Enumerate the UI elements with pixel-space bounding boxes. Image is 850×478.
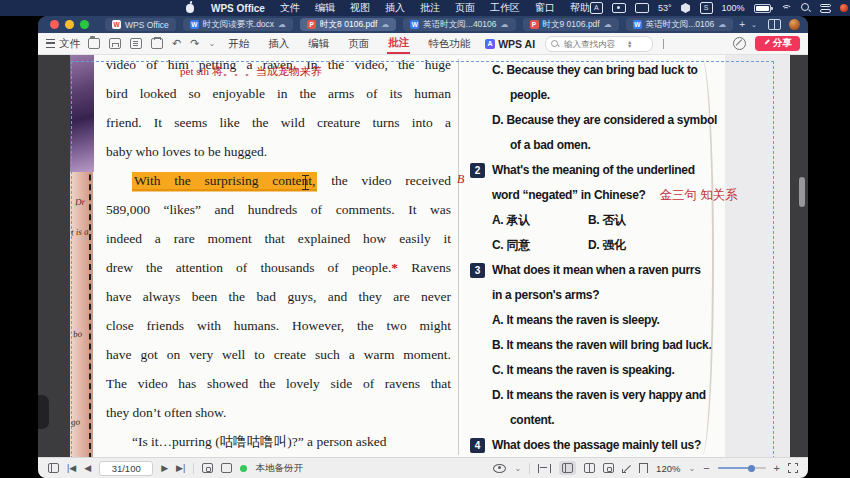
zoom-level[interactable]: 120%	[656, 463, 680, 474]
page-view-icon[interactable]	[202, 463, 213, 473]
document-tab[interactable]: P时文9 0106.pdf☁	[523, 18, 619, 31]
redo-icon[interactable]: ↷	[190, 38, 199, 49]
document-tab[interactable]: W英语时文阅...40106☁	[403, 18, 515, 31]
menubar-item[interactable]: 文件	[280, 1, 300, 15]
zoom-slider[interactable]	[718, 467, 766, 469]
sidebar-toggle-icon[interactable]	[48, 463, 59, 473]
first-page-button[interactable]: |◀	[67, 464, 76, 473]
zoom-window-button[interactable]	[80, 20, 89, 29]
vpn-icon[interactable]	[681, 3, 691, 13]
margin-photo	[70, 55, 94, 172]
screen-mirroring-icon[interactable]	[612, 3, 626, 13]
save-icon[interactable]	[109, 38, 121, 49]
ribbon-tab[interactable]: 批注	[387, 34, 410, 54]
search-icon	[551, 40, 559, 48]
s-app-icon[interactable]: S	[700, 2, 713, 14]
search-prev-next-icons[interactable]: ▲▼	[627, 40, 632, 48]
apple-menu-icon[interactable]	[186, 4, 194, 13]
document-tab[interactable]: W时文阅读要求.docx☁	[183, 18, 293, 31]
new-tab-button[interactable]: +	[739, 19, 745, 30]
text-segment: baby who loves to be hugged.	[106, 144, 267, 159]
document-tab[interactable]: W英语时文阅...0106☁	[626, 18, 734, 31]
ribbon-tab[interactable]: 页面	[347, 35, 370, 53]
share-button[interactable]: 分享	[755, 36, 800, 51]
vertical-scrollbar[interactable]	[799, 177, 805, 207]
document-tab[interactable]: P时文8 0106.pdf☁	[300, 18, 396, 31]
wifi-icon[interactable]	[780, 4, 792, 13]
quick-actions: ↶ ↷ ⌄	[88, 38, 215, 49]
choice-option[interactable]: A. 承认	[492, 208, 588, 233]
last-page-button[interactable]: ▶|	[176, 464, 185, 473]
zoom-dropdown-icon[interactable]: ⌄	[688, 464, 695, 473]
question-line: 4What does the passage mainly tell us?	[470, 433, 790, 457]
zoom-in-button[interactable]: +	[774, 463, 780, 474]
restrict-edit-icon[interactable]	[733, 37, 746, 50]
backup-status[interactable]: 本地备份开	[240, 462, 303, 475]
wps-ai-button[interactable]: A WPS AI	[485, 38, 535, 50]
read-mode-chevron-icon[interactable]: ⌄	[514, 464, 521, 473]
body-text-line: they don’t often show.	[106, 398, 451, 427]
ribbon-tab[interactable]: 编辑	[307, 35, 330, 53]
page-blank-icon[interactable]	[221, 463, 232, 473]
ribbon-tab[interactable]: 开始	[227, 35, 250, 53]
fit-width-icon[interactable]	[538, 464, 551, 473]
zoom-slider-knob[interactable]	[748, 465, 755, 472]
print-preview-icon[interactable]	[130, 38, 142, 49]
choice-option[interactable]: B. 否认	[588, 208, 626, 233]
book-mode-icon[interactable]	[603, 463, 614, 473]
choice-option[interactable]: C. 同意	[492, 233, 588, 258]
column-divider	[458, 59, 459, 455]
display-icon[interactable]	[635, 3, 649, 13]
tab-list: WWPS OfficeW时文阅读要求.docx☁P时文8 0106.pdf☁W英…	[105, 18, 733, 31]
split-view-icon[interactable]	[768, 19, 781, 30]
fullscreen-icon[interactable]	[788, 463, 798, 473]
undo-icon[interactable]: ↶	[172, 38, 181, 49]
single-page-mode-button[interactable]	[559, 461, 576, 475]
prev-page-button[interactable]: ◀	[84, 464, 91, 473]
question-number-badge: 4	[470, 438, 485, 453]
more-actions-chevron-icon[interactable]: ⌄	[208, 39, 215, 48]
tab-list-dropdown-icon[interactable]: ⌄	[751, 21, 757, 29]
fit-page-icon[interactable]	[622, 464, 631, 473]
option-line: A. It means the raven is sleepy.	[470, 308, 790, 333]
input-method-icon[interactable]: A	[590, 2, 603, 14]
menubar-item[interactable]: 插入	[385, 1, 405, 15]
option-line: in a person's arms?	[470, 283, 790, 308]
recording-indicator-icon[interactable]	[840, 4, 848, 12]
sidebar-pull-handle[interactable]	[38, 395, 49, 429]
choice-option[interactable]: D. 强化	[588, 233, 626, 258]
bookmark-icon[interactable]	[639, 463, 648, 473]
read-mode-eye-icon[interactable]	[493, 464, 506, 473]
menubar-item[interactable]: 批注	[420, 1, 440, 15]
open-file-icon[interactable]	[88, 38, 100, 49]
close-window-button[interactable]	[50, 20, 59, 29]
user-avatar[interactable]	[789, 19, 800, 30]
next-page-button[interactable]: ▶	[161, 464, 168, 473]
print-icon[interactable]	[151, 38, 163, 49]
file-menu-label: 文件	[59, 37, 80, 51]
menubar-item[interactable]: 页面	[455, 1, 475, 15]
document-tab[interactable]: WWPS Office	[105, 18, 176, 31]
file-menu-button[interactable]: 文件	[46, 37, 80, 51]
menubar-item[interactable]: 窗口	[535, 1, 555, 15]
menubar-item[interactable]: 编辑	[315, 1, 335, 15]
spotlight-icon[interactable]	[801, 3, 811, 13]
search-box[interactable]: ▲▼	[545, 36, 653, 52]
search-input[interactable]	[562, 38, 624, 50]
two-page-mode-icon[interactable]	[584, 463, 595, 473]
body-text-line: “Is it…purring (咕噜咕噜叫)?” a person asked	[106, 427, 451, 456]
text-segment: close friends with humans. However, the …	[106, 318, 451, 333]
menubar-item[interactable]: 帮助	[570, 1, 590, 15]
ribbon-tab[interactable]: 特色功能	[427, 35, 471, 53]
statusbar-divider2	[529, 463, 530, 474]
menubar-item[interactable]: 视图	[350, 1, 370, 15]
menubar-item[interactable]: WPS Office	[211, 3, 265, 14]
control-center-icon[interactable]	[820, 4, 831, 13]
minimize-window-button[interactable]	[65, 20, 74, 29]
ribbon-tab[interactable]: 插入	[267, 35, 290, 53]
zoom-out-button[interactable]: −	[703, 463, 709, 474]
page-indicator-input[interactable]	[99, 461, 153, 476]
body-text-line: baby who loves to be hugged.	[106, 137, 451, 166]
document-viewport[interactable]: video of him petting a raven. In the vid…	[38, 55, 808, 457]
menubar-item[interactable]: 工作区	[490, 1, 520, 15]
